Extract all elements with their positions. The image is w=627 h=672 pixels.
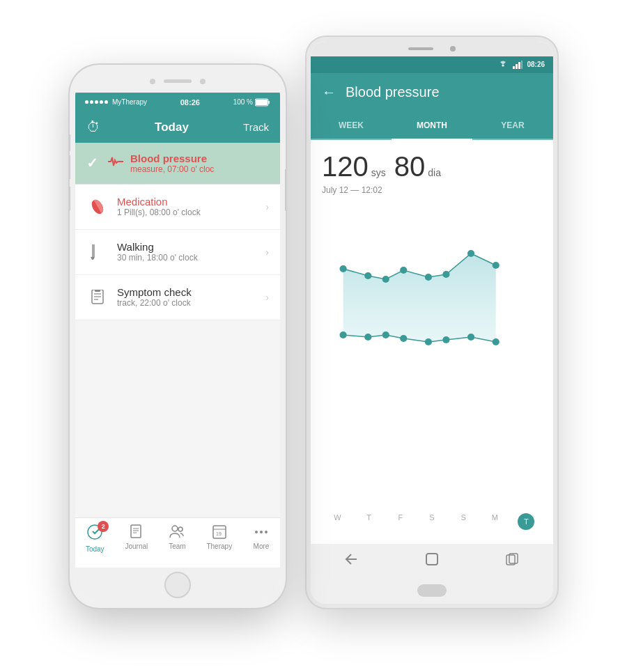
- ios-bp-item-title: Blood pressure: [130, 153, 214, 164]
- svg-point-20: [178, 527, 183, 531]
- ios-bp-heartbeat-icon: [108, 155, 123, 171]
- ios-nav-title: Today: [155, 120, 189, 134]
- svg-point-44: [425, 338, 432, 345]
- ios-home-btn-area: [75, 568, 280, 602]
- svg-point-34: [382, 276, 389, 283]
- android-recents-nav[interactable]: [504, 551, 521, 570]
- ios-phone: MyTherapy 08:26 100 % ⏱ To: [70, 65, 286, 608]
- ios-signal-dot-3: [95, 100, 98, 104]
- android-reading-date: July 12 — 12:02: [322, 185, 542, 195]
- ios-tab-team-label: Team: [169, 542, 185, 550]
- ios-medication-item[interactable]: Medication 1 Pill(s), 08:00 o' clock ›: [75, 185, 280, 230]
- ios-tab-therapy-label: Therapy: [206, 542, 232, 550]
- ios-app-name: MyTherapy: [112, 98, 147, 106]
- ios-tab-journal[interactable]: Journal: [125, 524, 148, 550]
- ios-medication-text: Medication 1 Pill(s), 08:00 o' clock: [117, 196, 265, 217]
- svg-point-32: [339, 265, 346, 272]
- android-nav-recents-icon: [504, 551, 521, 568]
- ios-vol-up-button[interactable]: [70, 155, 70, 179]
- ios-battery-area: 100 %: [233, 98, 270, 107]
- android-dia-label: dia: [428, 167, 441, 178]
- android-home-btn-area: [311, 577, 553, 604]
- svg-rect-2: [268, 101, 270, 104]
- android-back-nav[interactable]: [343, 551, 359, 570]
- android-status-bar: 08:26: [311, 56, 553, 73]
- ios-history-icon[interactable]: ⏱: [86, 119, 100, 135]
- android-x-label-m: M: [485, 513, 504, 530]
- ios-tab-journal-icon: [128, 524, 145, 540]
- ios-camera-dot-2: [200, 79, 206, 84]
- ios-bp-text: Blood pressure measure, 07:00 o' cloc: [130, 153, 214, 174]
- chart-svg-container: [322, 206, 542, 508]
- ios-screen: MyTherapy 08:26 100 % ⏱ To: [75, 70, 280, 602]
- phones-container: MyTherapy 08:26 100 % ⏱ To: [70, 37, 557, 636]
- android-tab-year[interactable]: YEAR: [472, 112, 553, 139]
- ios-tab-therapy[interactable]: 19 Therapy: [206, 524, 232, 550]
- ios-track-button[interactable]: Track: [243, 121, 269, 133]
- ios-tab-therapy-icon: 19: [211, 524, 228, 540]
- android-camera-lens: [450, 46, 456, 52]
- ios-symptom-text: Symptom check track, 22:00 o' clock: [117, 286, 265, 308]
- ios-speaker: [164, 79, 192, 83]
- ios-walking-item[interactable]: Walking 30 min, 18:00 o' clock ›: [75, 230, 280, 275]
- ios-tab-team[interactable]: Team: [169, 524, 185, 550]
- ios-power-button[interactable]: [285, 169, 286, 211]
- svg-point-39: [493, 262, 500, 269]
- android-x-label-t2-active: T: [518, 513, 534, 530]
- android-tab-week[interactable]: WEEK: [311, 112, 392, 139]
- android-x-label-s2: S: [454, 513, 473, 530]
- android-header: ← Blood pressure: [311, 73, 553, 112]
- ios-home-button[interactable]: [164, 572, 191, 598]
- ios-status-bar: MyTherapy 08:26 100 %: [75, 93, 280, 112]
- ios-tab-more[interactable]: More: [253, 524, 270, 550]
- android-header-title: Blood pressure: [346, 84, 542, 100]
- ios-mute-button[interactable]: [70, 134, 70, 151]
- ios-symptom-item[interactable]: Symptom check track, 22:00 o' clock ›: [75, 275, 280, 320]
- android-x-labels: W T F S S M T: [322, 508, 542, 533]
- svg-point-25: [260, 531, 263, 533]
- svg-point-45: [442, 336, 449, 343]
- ios-symptom-subtitle: track, 22:00 o' clock: [117, 298, 265, 308]
- ios-bp-completed-item[interactable]: ✓ Blood pressure measure, 07:00 o' cloc: [75, 143, 280, 185]
- android-back-button[interactable]: ←: [322, 84, 336, 100]
- ios-vol-down-button[interactable]: [70, 187, 70, 210]
- android-camera-area: [311, 41, 553, 56]
- ios-tab-more-label: More: [254, 542, 270, 550]
- svg-marker-8: [92, 244, 95, 257]
- svg-rect-15: [131, 525, 141, 538]
- android-phone: 08:26 ← Blood pressure WEEK MONTH: [307, 37, 557, 608]
- ios-symptom-chevron: ›: [265, 292, 269, 303]
- ios-spacer: [75, 320, 280, 376]
- android-wifi-icon: [497, 61, 509, 69]
- ios-signal-dot-2: [90, 100, 93, 104]
- svg-point-36: [425, 274, 432, 281]
- android-home-button[interactable]: [417, 584, 447, 597]
- ios-walking-subtitle: 30 min, 18:00 o' clock: [117, 253, 265, 263]
- android-status-time: 08:26: [527, 61, 545, 68]
- svg-rect-30: [521, 61, 522, 69]
- svg-rect-27: [513, 66, 515, 69]
- svg-point-47: [493, 338, 500, 345]
- svg-point-43: [400, 335, 407, 342]
- ios-walking-icon: [86, 241, 109, 263]
- ios-tab-today[interactable]: 2 Today: [86, 524, 104, 553]
- svg-point-40: [339, 331, 346, 338]
- svg-point-38: [467, 250, 474, 257]
- ios-phone-inner: MyTherapy 08:26 100 % ⏱ To: [75, 70, 280, 602]
- android-x-label-w: W: [328, 513, 348, 530]
- svg-rect-13: [95, 290, 100, 292]
- ios-camera-dot: [150, 79, 155, 84]
- ios-tab-more-icon: [253, 524, 270, 540]
- svg-rect-48: [426, 554, 438, 565]
- android-chart-area: 120 sys 80 dia July 12 — 12:02: [311, 140, 553, 544]
- android-tab-month[interactable]: MONTH: [392, 112, 472, 140]
- android-sys-label: sys: [371, 167, 386, 178]
- svg-point-33: [364, 272, 371, 279]
- android-x-label-t1: T: [359, 513, 379, 530]
- android-bottom-nav: [311, 544, 553, 577]
- android-home-nav[interactable]: [424, 551, 440, 570]
- ios-content: ✓ Blood pressure measure, 07:00 o' cloc: [75, 143, 280, 517]
- ios-walking-chevron: ›: [265, 247, 269, 258]
- blood-pressure-chart: [322, 206, 542, 359]
- ios-walking-text: Walking 30 min, 18:00 o' clock: [117, 241, 265, 263]
